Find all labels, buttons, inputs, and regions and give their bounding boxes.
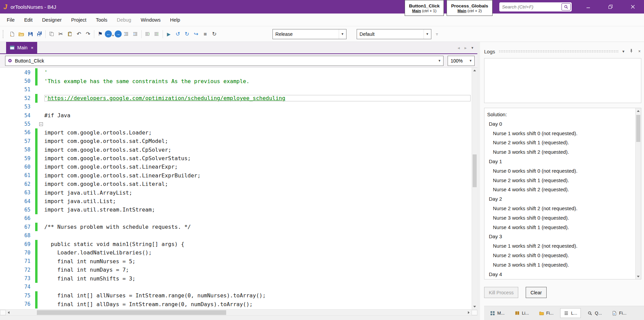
bookmark-icon[interactable]: ⚑	[96, 29, 105, 39]
menu-designer[interactable]: Designer	[37, 17, 66, 23]
line-text[interactable]: Loader.loadNativeLibraries();	[44, 249, 471, 256]
line-number[interactable]: 55	[0, 121, 35, 127]
line-number[interactable]: 70	[0, 250, 35, 256]
vertical-scroll-thumb[interactable]	[473, 154, 477, 187]
line-number[interactable]: 54	[0, 113, 35, 119]
line-number[interactable]: 49	[0, 70, 35, 76]
line-number[interactable]: 69	[0, 241, 35, 247]
scroll-right-icon[interactable]	[466, 310, 472, 315]
scroll-up-icon[interactable]	[636, 108, 641, 114]
scroll-down-icon[interactable]	[472, 304, 477, 309]
collapse-icon[interactable]: −	[39, 122, 43, 126]
line-text[interactable]: import com.google.ortools.Loader;	[44, 129, 471, 136]
minimize-button[interactable]	[577, 0, 599, 14]
line-text[interactable]: final int numShifts = 3;	[44, 275, 471, 282]
line-text[interactable]: final int[] allNurses = IntStream.range(…	[44, 292, 471, 299]
horizontal-scroll-thumb[interactable]	[37, 310, 226, 315]
zoom-selector[interactable]: 100% ▾	[448, 56, 475, 66]
line-text[interactable]: import com.google.ortools.sat.Literal;	[44, 181, 471, 187]
save-icon[interactable]	[26, 29, 35, 39]
member-selector[interactable]: Button1_Click ▾	[5, 56, 444, 66]
line-number[interactable]: 56	[0, 129, 35, 136]
line-number[interactable]: 53	[0, 104, 35, 110]
indent-increase-icon[interactable]	[131, 29, 140, 39]
line-number[interactable]: 72	[0, 267, 35, 273]
splitter-grip-box[interactable]	[0, 310, 6, 315]
line-number[interactable]: 60	[0, 164, 35, 170]
line-text[interactable]: final int numDays = 7;	[44, 267, 471, 273]
scroll-up-icon[interactable]	[472, 68, 477, 73]
line-text[interactable]: #if Java	[44, 112, 471, 119]
line-number[interactable]: 50	[0, 78, 35, 84]
menu-edit[interactable]: Edit	[19, 17, 37, 23]
line-text[interactable]: public static void main1(String[] args) …	[44, 241, 471, 247]
undo-icon[interactable]: ↶	[74, 29, 84, 39]
step-into-icon[interactable]: ↻	[183, 29, 192, 39]
line-text[interactable]: import java.util.stream.IntStream;	[44, 206, 471, 213]
logs-close-icon[interactable]: ×	[638, 49, 641, 54]
tab-main[interactable]: Main ×	[6, 42, 37, 53]
tab-find-references[interactable]: Fi...	[609, 309, 630, 318]
stop-icon[interactable]: ■	[201, 29, 210, 39]
tab-modules[interactable]: M...	[487, 309, 508, 318]
line-number[interactable]: 62	[0, 181, 35, 187]
pane-splitter[interactable]	[477, 42, 480, 320]
line-number[interactable]: 51	[0, 87, 35, 93]
indent-decrease-icon[interactable]	[122, 29, 131, 39]
toolbar-overflow-icon[interactable]: ▿	[436, 32, 438, 36]
navigate-forward-icon[interactable]: →	[115, 30, 122, 38]
line-text[interactable]: import java.util.List;	[44, 198, 471, 204]
line-text[interactable]: import java.util.ArrayList;	[44, 190, 471, 196]
line-number[interactable]: 59	[0, 155, 35, 162]
scroll-left-icon[interactable]	[6, 310, 11, 315]
line-number[interactable]: 65	[0, 207, 35, 213]
search-input[interactable]	[502, 4, 562, 9]
menu-project[interactable]: Project	[66, 17, 91, 23]
close-button[interactable]	[622, 0, 644, 14]
line-number[interactable]: 68	[0, 232, 35, 239]
redo-icon[interactable]: ↷	[84, 29, 93, 39]
code-lines[interactable]: 49 − ' 50 − 'This example has the same c…	[0, 68, 472, 309]
kill-process-button[interactable]: Kill Process	[484, 287, 518, 298]
menu-file[interactable]: File	[2, 17, 19, 23]
line-text[interactable]: import com.google.ortools.sat.CpSolverSt…	[44, 155, 471, 162]
line-text[interactable]: 'https://developers.google.com/optimizat…	[44, 95, 471, 101]
line-number[interactable]: 75	[0, 293, 35, 299]
line-text[interactable]: '	[44, 69, 471, 76]
quick-tab-button1-click[interactable]: Button1_Click Main (ctrl + 1)	[405, 0, 444, 16]
restore-button[interactable]	[599, 0, 622, 14]
line-text[interactable]: final int[] allDays = IntStream.range(0,…	[44, 301, 471, 307]
tab-quick-search[interactable]: Q...	[584, 309, 605, 318]
paste-icon[interactable]	[65, 29, 74, 39]
line-number[interactable]: 63	[0, 190, 35, 196]
dock-drag-handle[interactable]	[499, 50, 618, 53]
editor-vertical-scrollbar[interactable]	[472, 68, 477, 309]
solution-scroll-thumb[interactable]	[636, 115, 640, 142]
log-output-box[interactable]	[484, 58, 641, 103]
tab-close-icon[interactable]: ×	[31, 45, 33, 50]
copy-icon[interactable]	[47, 29, 56, 39]
clear-logs-button[interactable]: Clear	[526, 287, 546, 298]
new-file-icon[interactable]	[7, 29, 17, 39]
toolbar-grip[interactable]	[3, 30, 5, 38]
line-text[interactable]: import com.google.ortools.sat.CpSolver;	[44, 147, 471, 153]
line-text[interactable]: 'This example has the same constraints A…	[44, 78, 471, 84]
restart-icon[interactable]: ↻	[210, 29, 219, 39]
deploy-configuration-select[interactable]: Default ▾	[357, 29, 431, 39]
menu-tools[interactable]: Tools	[91, 17, 112, 23]
search-icon[interactable]	[562, 3, 571, 10]
line-text[interactable]: /** Nurses problem with schedule request…	[44, 224, 471, 230]
solution-content[interactable]: Solution:Day 0Nurse 1 works shift 0 (not…	[484, 108, 635, 279]
line-number[interactable]: 67	[0, 224, 35, 230]
tab-files[interactable]: Fi...	[536, 309, 557, 318]
horizontal-scroll-track[interactable]	[11, 310, 466, 315]
line-number[interactable]: 61	[0, 172, 35, 178]
cut-icon[interactable]: ✂	[56, 29, 65, 39]
comment-block-icon[interactable]	[143, 29, 152, 39]
build-configuration-select[interactable]: Release ▾	[272, 29, 347, 39]
pin-icon[interactable]	[628, 49, 634, 54]
navigate-back-icon[interactable]: ←	[105, 30, 112, 38]
line-number[interactable]: 76	[0, 301, 35, 307]
tab-scroll-right-icon[interactable]: ▸	[464, 45, 467, 50]
tab-libraries[interactable]: Li...	[511, 309, 532, 318]
